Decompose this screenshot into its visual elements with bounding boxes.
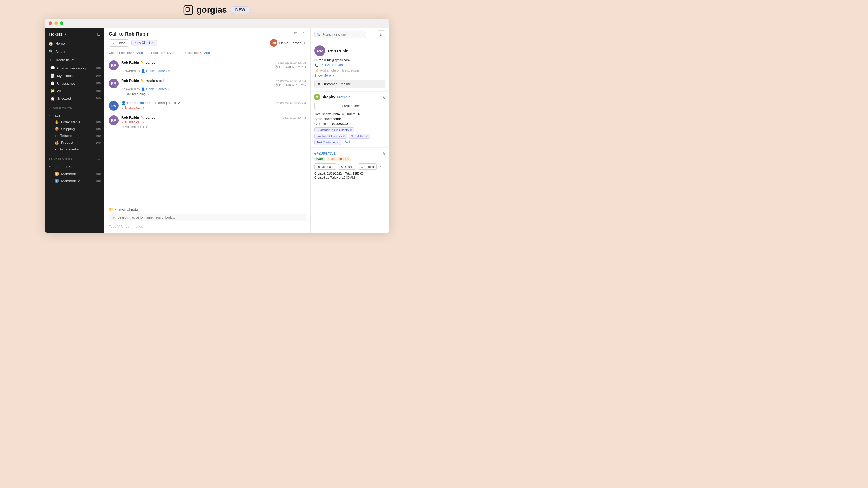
sidebar-item-all[interactable]: 📁 All 100 [45, 87, 104, 95]
agent-icon-3: 👤 [121, 101, 126, 105]
shared-views-add[interactable]: ＋ [98, 106, 101, 110]
duplicate-button[interactable]: ⊞ Duplicate [314, 163, 336, 170]
assignee-chip[interactable]: DB Daniel Barnes ▼ [270, 39, 306, 46]
customer-note-row: 📝 Add a note on this customer [314, 69, 385, 72]
shopify-tag-2[interactable]: Newsletter ✕ [348, 134, 370, 138]
shopify-tag-3[interactable]: Test Customer ✕ [314, 140, 341, 145]
mytickets-label: My tickets [57, 74, 73, 78]
plus-icon: ＋ [49, 58, 52, 62]
right-panel-header: 🔍 ⚙ [311, 28, 389, 42]
sidebar-create-label: Create ticket [55, 58, 74, 62]
sidebar-item-unassigned[interactable]: 📋 Unassigned 100 [45, 79, 104, 87]
paid-badge: PAID [314, 157, 325, 161]
chrome-close-btn[interactable] [49, 22, 52, 25]
remove-tag-icon[interactable]: ✕ [151, 41, 154, 45]
sidebar-item-mytickets[interactable]: 🗒️ My tickets 100 [45, 72, 104, 79]
sidebar-item-search[interactable]: 🔍 Search [45, 47, 104, 56]
answered-by-1[interactable]: 👤 Daniel Barnes [141, 69, 166, 73]
contact-reason-add[interactable]: +Add [135, 51, 143, 55]
settings-gear-button[interactable]: ⚙ [377, 30, 385, 39]
customer-note-placeholder[interactable]: Add a note on this customer [320, 69, 361, 72]
macro-search-input[interactable] [118, 216, 303, 219]
msg-4-missed[interactable]: ↙ Missed call ▼ [121, 120, 306, 124]
chat-badge: 100 [96, 66, 101, 70]
tags-group-header[interactable]: ▼ Tags [45, 112, 104, 119]
remove-shopify-tag-0[interactable]: ✕ [350, 129, 352, 131]
shopify-tag-0[interactable]: Customer Tag In Shopify ✕ [314, 127, 354, 132]
voicemail-icon: ⊙ [121, 125, 124, 129]
external-link-icon: ↗ [348, 95, 350, 99]
shared-views-section: SHARED VIEWS ＋ [45, 102, 104, 111]
sidebar-item-create-ticket[interactable]: ＋ Create ticket [45, 56, 104, 64]
sidebar-title[interactable]: Tickets ▼ [49, 32, 67, 36]
order-id[interactable]: #420847331 [314, 151, 336, 155]
bolt-icon: ⚡ [112, 216, 116, 219]
internal-note-label: Internal note [118, 207, 138, 212]
snoozed-badge: 100 [96, 97, 101, 100]
private-views-section: PRIVATE VIEWS ＋ [45, 154, 104, 162]
sidebar-item-chat[interactable]: 💬 Chat & messaging 100 [45, 64, 104, 72]
teammate-2-avatar: T [55, 178, 59, 183]
product-add[interactable]: +Add [166, 51, 174, 55]
close-button[interactable]: ✓ Close [109, 39, 129, 46]
compose-command-area[interactable]: Type '/' for commands [109, 223, 306, 230]
teammate-item-2[interactable]: T Teammate 2 100 [45, 177, 104, 184]
remove-shopify-tag-1[interactable]: ✕ [343, 135, 345, 138]
all-label: All [57, 89, 61, 93]
show-more-link[interactable]: Show More ▼ [314, 74, 385, 77]
chrome-min-btn[interactable] [54, 22, 58, 25]
teammates-group-header[interactable]: ▼ Teammates [45, 163, 104, 170]
new-client-tag[interactable]: New Client ✕ [131, 40, 157, 46]
teammate-1-avatar: T [55, 172, 59, 176]
remove-shopify-tag-2[interactable]: ✕ [366, 135, 368, 138]
resolution-add[interactable]: +Add [202, 51, 210, 55]
compose-area: 📁 ▸ Internal note ⚡ Type '/' for command… [104, 204, 310, 233]
msg-3-missed[interactable]: ↙ Missed call ▼ [121, 106, 306, 109]
sidebar-item-snoozed[interactable]: ⏰ Snoozed 100 [45, 95, 104, 102]
cancel-icon: ⊘ [361, 165, 363, 168]
note-customer-icon: 📝 [314, 69, 318, 72]
order-status-icon: ✋ [55, 120, 59, 124]
all-badge: 100 [96, 89, 101, 93]
msg-2-duration: 🕐 DURATION: 1m 20s [275, 83, 306, 87]
tag-item-order-status[interactable]: ✋ Order status 100 [45, 119, 104, 126]
answered-by-2[interactable]: 👤 Daniel Barnes [141, 87, 166, 91]
add-shopify-tag[interactable]: + Add [342, 140, 350, 145]
all-icon: 📁 [50, 89, 55, 93]
private-views-add[interactable]: ＋ [98, 158, 101, 161]
message-3: DB 👤 Daniel Barnes is making a call ↗ Ye… [109, 101, 306, 110]
shopify-tag-1[interactable]: Inactive Subscriber ✕ [314, 134, 347, 138]
add-tag-button[interactable]: ＋ [159, 40, 165, 46]
search-clients-input[interactable] [314, 31, 366, 38]
missed-chevron-1: ▼ [142, 106, 145, 109]
sidebar-item-home[interactable]: 🏠 Home [45, 39, 104, 47]
snoozed-icon: ⏰ [50, 96, 55, 101]
refund-button[interactable]: $ Refund [338, 164, 356, 170]
create-order-button[interactable]: + Create Order [314, 102, 385, 110]
search-clients-icon: 🔍 [316, 33, 321, 37]
call-recording[interactable]: 〰 Call recording ▼ [121, 92, 306, 96]
tag-item-social-media[interactable]: ▸ Social media [45, 146, 104, 153]
tag-item-product[interactable]: 💰 Product 100 [45, 139, 104, 146]
customer-timeline-button[interactable]: ≡ Customer Timeline [314, 80, 385, 88]
teammate-item-1[interactable]: T Teammate 1 100 [45, 170, 104, 177]
shopify-profile-link[interactable]: Profile ↗ [337, 95, 350, 99]
chat-label: Chat & messaging [57, 66, 86, 70]
ticket-more-icon[interactable]: ⋮ [301, 31, 306, 37]
tag-item-shipping[interactable]: 📦 Shipping 100 [45, 126, 104, 132]
remove-shopify-tag-3[interactable]: ✕ [337, 141, 339, 144]
panel-toggle-icon[interactable]: ⊞ [97, 31, 101, 37]
shopify-collapse-icon[interactable]: ∧ [382, 95, 385, 100]
msg-1-duration: 🕐 DURATION: 1m 20s [275, 65, 306, 69]
customer-phone[interactable]: +1 123 456 7890 [320, 63, 344, 67]
customer-email[interactable]: rob.rubin@gmail.com [319, 58, 350, 62]
order-more-icon[interactable]: ⋯ [378, 164, 383, 169]
sidebar-header: Tickets ▼ ⊞ [45, 28, 104, 39]
new-badge[interactable]: NEW [230, 6, 250, 14]
order-createdat-meta: Created at: Today at 10:30 AM [314, 176, 385, 179]
order-collapse-icon[interactable]: ∧ [382, 151, 385, 156]
tag-item-returns[interactable]: ↩ Returns 100 [45, 132, 104, 139]
chrome-max-btn[interactable] [60, 22, 63, 25]
cancel-button[interactable]: ⊘ Cancel [358, 163, 376, 170]
msg-4-voicemail[interactable]: ⊙ Voicemail left ▼ [121, 125, 306, 129]
